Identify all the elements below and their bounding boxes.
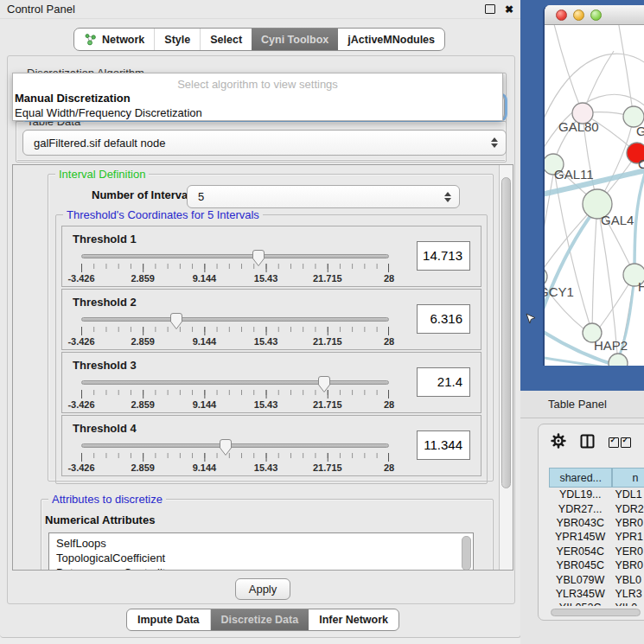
axis-tick-label: -3.426 [67, 336, 94, 347]
network-node-gcy1[interactable] [545, 267, 547, 286]
table-cell: YDL1 [611, 488, 644, 501]
dropdown-option-equal-width-frequency[interactable]: Equal Width/Frequency Discretization [13, 105, 502, 120]
table-row[interactable]: YLR345WYLR3 [549, 587, 644, 601]
network-graph[interactable]: GAL80GAGAL11CGAL4GCY1HHAP2 [545, 25, 644, 366]
threshold-panel: Threshold 2 -3.4262.8599.14415.4321.7152… [61, 289, 481, 350]
num-intervals-select[interactable]: 5 [187, 185, 460, 208]
table-row[interactable]: YDR27...YDR2 [549, 501, 644, 515]
table-rows: YDL19...YDL1YDR27...YDR2YBR043CYBR0YPR14… [549, 488, 644, 606]
close-icon[interactable]: ✖ [505, 4, 513, 15]
tab-jactivemnodules[interactable]: jActiveMNodules [338, 29, 444, 50]
table-cell: YPR1 [611, 531, 644, 543]
column-header-name[interactable]: n [612, 468, 644, 488]
network-edge[interactable] [618, 25, 634, 117]
threshold-value-field[interactable]: 21.4 [417, 367, 470, 397]
network-node[interactable] [609, 354, 628, 366]
axis-tick-label: 28 [384, 336, 394, 347]
tab-style[interactable]: Style [154, 29, 200, 50]
list-scrollbar[interactable] [462, 536, 471, 571]
slider-track[interactable] [81, 443, 389, 448]
slider-track[interactable] [81, 254, 389, 258]
network-icon [84, 33, 97, 46]
threshold-value-field[interactable]: 14.713 [417, 241, 470, 271]
network-edge-highlighted[interactable] [634, 174, 644, 275]
slider-track[interactable] [81, 380, 389, 385]
table-panel-title: Table Panel [548, 398, 607, 411]
attribute-item[interactable]: SelfLoops [49, 533, 473, 551]
axis-tick-label: -3.426 [67, 399, 94, 410]
tab-label: Select [210, 34, 242, 46]
dropdown-hint: Select algorithm to view settings [13, 73, 502, 91]
network-node-label: GAL11 [554, 167, 594, 182]
float-window-icon[interactable] [485, 4, 495, 14]
table-panel-header[interactable]: Table Panel [520, 391, 644, 418]
threshold-panel: Threshold 3 -3.4262.8599.14415.4321.7152… [61, 352, 481, 413]
network-node-label: HAP2 [594, 338, 628, 353]
network-edge[interactable] [592, 204, 597, 333]
tab-cyni-toolbox[interactable]: Cyni Toolbox [252, 29, 338, 50]
slider-track[interactable] [81, 317, 389, 322]
table-row[interactable]: YBR045CYBR0 [549, 558, 644, 572]
threshold-slider[interactable]: -3.4262.8599.14415.4321.71528 [81, 249, 389, 284]
slider-axis-labels: -3.4262.8599.14415.4321.71528 [81, 399, 389, 410]
tab-label: Cyni Toolbox [261, 34, 328, 46]
threshold-slider[interactable]: -3.4262.8599.14415.4321.71528 [81, 312, 389, 347]
tab-label: Style [164, 34, 190, 46]
table-row[interactable]: YPR145WYPR1 [549, 530, 644, 544]
close-traffic-light-icon[interactable] [556, 10, 567, 21]
threshold-value-field[interactable]: 6.316 [417, 304, 470, 334]
column-header-shared-name[interactable]: shared... [549, 468, 612, 488]
attribute-item[interactable]: BetweennessCentrality [49, 565, 473, 571]
tab-label: Discretize Data [221, 614, 299, 626]
minimize-traffic-light-icon[interactable] [573, 10, 584, 21]
threshold-value-field[interactable]: 11.344 [417, 430, 470, 460]
numerical-attributes-list[interactable]: SelfLoops TopologicalCoefficient Between… [48, 532, 474, 571]
split-columns-icon[interactable] [580, 434, 595, 451]
network-node-label: C [638, 156, 644, 171]
axis-tick-label: 15.43 [254, 336, 278, 347]
table-row[interactable]: YIL052CYIL0 [549, 601, 644, 606]
threshold-slider[interactable]: -3.4262.8599.14415.4321.71528 [81, 438, 389, 473]
table-cell: YDL19... [549, 488, 611, 501]
attribute-item[interactable]: TopologicalCoefficient [49, 551, 473, 565]
threshold-label: Threshold 2 [73, 296, 137, 309]
slider-axis-labels: -3.4262.8599.14415.4321.71528 [81, 273, 389, 284]
table-data-selected-value: galFiltered.sif default node [34, 137, 165, 150]
zoom-traffic-light-icon[interactable] [590, 10, 602, 21]
table-cell: YLR3 [611, 588, 644, 600]
axis-tick-label: 21.715 [313, 399, 342, 410]
table-header-row: shared... n [549, 468, 644, 488]
table-row[interactable]: YER054CYER0 [549, 545, 644, 558]
tab-discretize-data[interactable]: Discretize Data [210, 609, 309, 630]
horizontal-scrollbar[interactable] [549, 609, 642, 617]
table-toolbar [551, 433, 631, 451]
network-edge-highlighted[interactable] [545, 207, 597, 319]
slider-ticks [81, 264, 389, 272]
settings-scroll-panel: Interval Definition Number of Intervals … [12, 164, 513, 571]
tab-impute-data[interactable]: Impute Data [127, 609, 210, 630]
axis-tick-label: 9.144 [193, 336, 217, 347]
table-data-select[interactable]: galFiltered.sif default node [22, 130, 507, 156]
vertical-scrollbar[interactable] [499, 165, 513, 570]
checkbox-icon[interactable] [621, 437, 631, 448]
dropdown-option-manual-discretization[interactable]: Manual Discretization [13, 91, 502, 105]
tab-infer-network[interactable]: Infer Network [309, 609, 399, 630]
network-edge[interactable] [545, 175, 553, 267]
thresholds-group: Threshold's Coordinates for 5 Intervals … [55, 214, 488, 484]
network-view-window[interactable]: GAL80GAGAL11CGAL4GCY1HHAP2 [543, 5, 644, 366]
apply-button[interactable]: Apply [235, 578, 290, 600]
table-panel-region: Table Panel s [520, 391, 644, 644]
threshold-slider[interactable]: -3.4262.8599.14415.4321.71528 [81, 375, 389, 410]
checkbox-icon[interactable] [609, 437, 619, 448]
scrollbar-thumb[interactable] [551, 609, 641, 616]
table-row[interactable]: YBL079WYBL0 [549, 572, 644, 586]
scrollbar-thumb[interactable] [501, 177, 511, 488]
tab-network[interactable]: Network [74, 29, 154, 50]
table-row[interactable]: YDL19...YDL1 [549, 488, 644, 501]
network-window-titlebar[interactable] [545, 5, 644, 25]
tab-select[interactable]: Select [200, 29, 252, 50]
table-row[interactable]: YBR043CYBR0 [549, 516, 644, 530]
gear-icon[interactable] [551, 433, 566, 451]
axis-tick-label: 9.144 [193, 462, 217, 473]
network-canvas[interactable]: GAL80GAGAL11CGAL4GCY1HHAP2 [545, 25, 644, 366]
